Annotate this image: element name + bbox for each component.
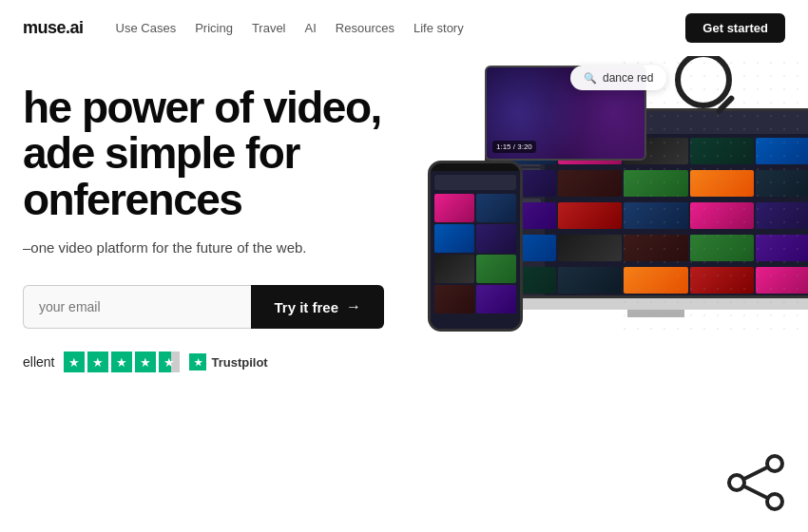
phone-thumb-2 — [476, 194, 516, 222]
phone-thumb-8 — [476, 285, 516, 314]
try-free-button[interactable]: Try it free → — [251, 285, 384, 329]
phone-thumb-7 — [434, 285, 474, 314]
get-started-button[interactable]: Get started — [685, 13, 785, 43]
nav-links: Use Cases Pricing Travel AI Resources Li… — [116, 21, 664, 35]
video-thumb-7 — [558, 170, 623, 197]
hero-title-line2: ade simple for — [23, 128, 299, 178]
svg-line-3 — [744, 467, 767, 479]
svg-point-0 — [767, 456, 782, 471]
phone-screen — [431, 171, 520, 332]
video-thumb-22 — [558, 267, 623, 294]
navbar: muse.ai Use Cases Pricing Travel AI Reso… — [0, 0, 808, 56]
hero-subtitle: –one video platform for the future of th… — [23, 238, 346, 259]
phone-thumb-1 — [434, 194, 474, 222]
trustpilot-icon: ★ — [189, 353, 206, 370]
share-icon — [722, 449, 789, 520]
star-2: ★ — [87, 352, 108, 372]
cta-row: Try it free → — [23, 285, 384, 329]
phone-notch — [458, 163, 492, 171]
star-4: ★ — [135, 352, 156, 372]
svg-point-1 — [729, 475, 744, 490]
nav-link-ai[interactable]: AI — [305, 21, 317, 35]
phone-thumb-3 — [434, 224, 474, 253]
share-svg — [722, 449, 789, 516]
nav-link-pricing[interactable]: Pricing — [195, 21, 233, 35]
video-thumb-17 — [558, 235, 623, 261]
star-3: ★ — [111, 352, 132, 372]
trust-rating-label: ellent — [23, 354, 54, 370]
star-1: ★ — [64, 352, 85, 372]
arrow-icon: → — [346, 298, 361, 315]
hero-title: he power of video, ade simple for onfere… — [23, 85, 409, 222]
nav-link-travel[interactable]: Travel — [252, 21, 286, 35]
magnifier-circle — [675, 56, 732, 108]
phone-video-grid — [434, 194, 516, 314]
star-rating: ★ ★ ★ ★ ★ — [64, 352, 180, 372]
site-logo: muse.ai — [23, 18, 84, 38]
video-thumb-12 — [558, 202, 623, 229]
try-free-label: Try it free — [274, 299, 338, 315]
main-content: he power of video, ade simple for onfere… — [0, 56, 808, 532]
magnifier-icon — [675, 56, 751, 127]
search-bubble-text: dance red — [603, 71, 653, 85]
nav-link-life-story[interactable]: Life story — [414, 21, 464, 35]
hero-title-line3: onferences — [23, 175, 241, 224]
trustpilot-label: Trustpilot — [211, 355, 267, 370]
nav-link-use-cases[interactable]: Use Cases — [116, 21, 177, 35]
svg-line-4 — [744, 486, 767, 498]
trustpilot-logo: ★ Trustpilot — [189, 353, 267, 370]
hero-title-line1: he power of video, — [23, 83, 381, 132]
hero-section: he power of video, ade simple for onfere… — [0, 56, 409, 532]
phone-thumb-6 — [476, 255, 516, 283]
phone-mockup — [428, 161, 523, 332]
hero-visual: 🔍 dance red 1:15 / 3:20 muse.ai — [409, 56, 808, 532]
nav-link-resources[interactable]: Resources — [336, 21, 394, 35]
trust-row: ellent ★ ★ ★ ★ ★ ★ Trustpilot — [23, 352, 409, 372]
search-bubble: 🔍 dance red — [570, 66, 666, 90]
phone-thumb-4 — [476, 224, 516, 253]
svg-point-2 — [767, 494, 782, 509]
search-bubble-icon: 🔍 — [584, 72, 597, 85]
phone-thumb-5 — [434, 255, 474, 283]
video-timer: 1:15 / 3:20 — [492, 141, 536, 153]
phone-top-bar — [434, 175, 516, 190]
email-input[interactable] — [23, 285, 251, 329]
star-5-half: ★ — [159, 352, 180, 372]
